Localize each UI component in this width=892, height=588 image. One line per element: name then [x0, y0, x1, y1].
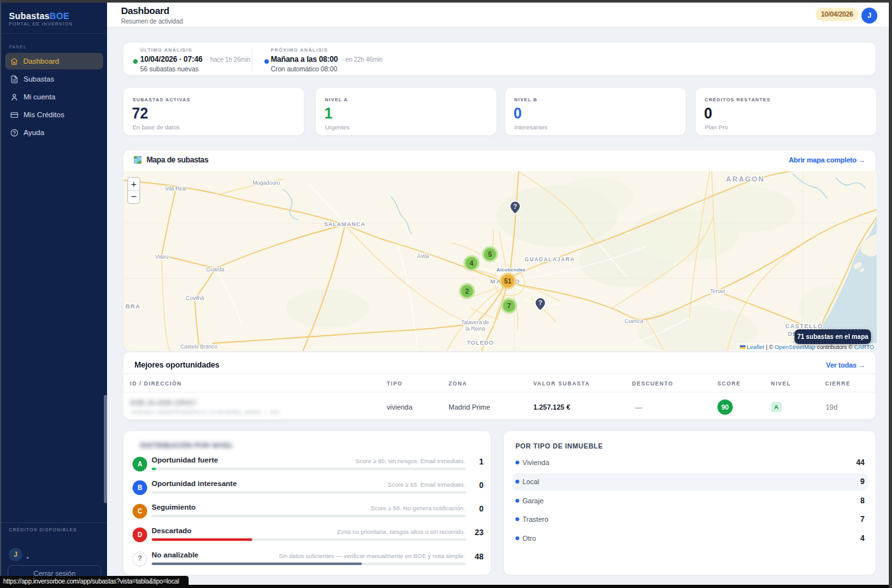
svg-text:Cuenca: Cuenca	[624, 318, 644, 324]
svg-text:5: 5	[488, 250, 492, 258]
svg-text:51: 51	[504, 277, 512, 285]
svg-text:TOLEDO: TOLEDO	[467, 340, 494, 346]
svg-text:?: ?	[538, 299, 542, 306]
svg-text:Teruel: Teruel	[710, 288, 724, 294]
svg-text:Viseu: Viseu	[155, 254, 168, 260]
svg-text:?: ?	[513, 203, 517, 210]
svg-text:4: 4	[470, 259, 474, 267]
svg-text:SALAMANCA: SALAMANCA	[324, 221, 365, 227]
svg-text:2: 2	[465, 287, 469, 295]
svg-text:Alcobendas: Alcobendas	[496, 267, 526, 273]
svg-text:7: 7	[507, 302, 511, 310]
svg-text:Covilhã: Covilhã	[186, 295, 205, 301]
svg-text:BRA: BRA	[126, 303, 141, 310]
svg-text:CASTELLÓ: CASTELLÓ	[785, 322, 823, 329]
svg-text:Guarda: Guarda	[206, 266, 225, 273]
svg-text:la Reina: la Reina	[465, 326, 485, 332]
svg-text:Ávila: Ávila	[417, 253, 429, 259]
svg-text:ARAGON: ARAGON	[726, 175, 765, 183]
svg-text:Talavera de: Talavera de	[461, 319, 489, 326]
svg-text:Vila Real: Vila Real	[165, 185, 187, 192]
svg-text:Castelo Branco: Castelo Branco	[180, 343, 217, 350]
svg-text:Mogadouro: Mogadouro	[252, 180, 280, 186]
svg-text:GUADALAJARA: GUADALAJARA	[525, 256, 575, 262]
